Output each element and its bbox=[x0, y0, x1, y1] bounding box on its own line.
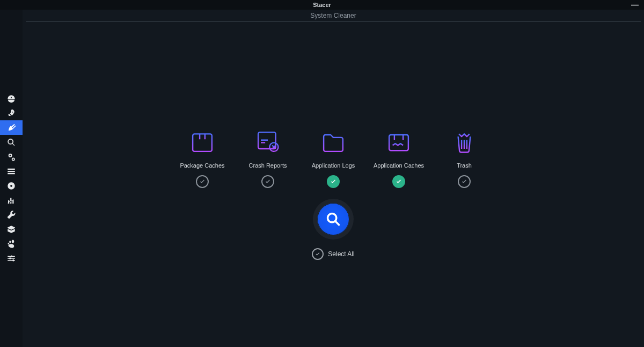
category-checkbox-application-caches[interactable] bbox=[392, 175, 405, 188]
svg-rect-3 bbox=[389, 135, 408, 150]
category-label: Package Caches bbox=[180, 162, 224, 169]
category-crash-reports: Crash Reports bbox=[243, 127, 293, 188]
bars-icon bbox=[6, 196, 16, 205]
search-icon bbox=[326, 212, 341, 227]
svg-rect-0 bbox=[193, 134, 212, 151]
gnome-foot-icon bbox=[6, 239, 16, 249]
window-title: Stacer bbox=[313, 2, 331, 8]
main-area: System Cleaner Package Caches bbox=[23, 10, 644, 347]
broom-icon bbox=[6, 123, 16, 133]
application-logs-icon bbox=[318, 127, 348, 157]
page-title: System Cleaner bbox=[26, 10, 641, 22]
box-icon bbox=[6, 225, 16, 234]
crash-reports-icon bbox=[253, 127, 283, 157]
sidebar-item-resources[interactable] bbox=[0, 193, 23, 207]
sidebar-item-services[interactable] bbox=[0, 149, 23, 164]
sidebar bbox=[0, 10, 23, 347]
disc-icon bbox=[6, 181, 16, 191]
dashboard-icon bbox=[6, 94, 16, 104]
select-all-label: Select All bbox=[328, 250, 354, 258]
sidebar-item-helpers[interactable] bbox=[0, 207, 23, 222]
application-caches-icon bbox=[384, 127, 414, 157]
category-trash: Trash bbox=[439, 127, 489, 188]
sidebar-item-apt-repos[interactable] bbox=[0, 222, 23, 236]
category-label: Trash bbox=[457, 162, 472, 169]
package-caches-icon bbox=[187, 127, 217, 157]
rocket-icon bbox=[6, 109, 16, 118]
scan-section: Select All bbox=[23, 203, 644, 260]
category-checkbox-application-logs[interactable] bbox=[327, 175, 340, 188]
magnifier-icon bbox=[7, 138, 16, 147]
trash-icon bbox=[449, 127, 479, 157]
sidebar-item-system-cleaner[interactable] bbox=[0, 120, 23, 135]
category-checkbox-crash-reports[interactable] bbox=[261, 175, 274, 188]
stack-icon bbox=[6, 167, 16, 176]
scan-button[interactable] bbox=[317, 203, 349, 235]
sidebar-item-gnome-settings[interactable] bbox=[0, 236, 23, 251]
sidebar-item-uninstaller[interactable] bbox=[0, 178, 23, 193]
sidebar-item-search[interactable] bbox=[0, 135, 23, 149]
cleaner-categories: Package Caches Crash Reports bbox=[23, 127, 644, 188]
select-all-toggle[interactable]: Select All bbox=[312, 248, 354, 260]
category-label: Application Logs bbox=[312, 162, 355, 169]
sidebar-item-startup-apps[interactable] bbox=[0, 106, 23, 120]
category-checkbox-package-caches[interactable] bbox=[196, 175, 209, 188]
sidebar-item-settings[interactable] bbox=[0, 251, 23, 265]
category-checkbox-trash[interactable] bbox=[458, 175, 471, 188]
category-label: Application Caches bbox=[374, 162, 424, 169]
category-application-caches: Application Caches bbox=[374, 127, 424, 188]
gears-icon bbox=[6, 152, 16, 162]
window-minimize-button[interactable]: — bbox=[631, 0, 639, 10]
sidebar-item-dashboard[interactable] bbox=[0, 91, 23, 106]
sidebar-item-processes[interactable] bbox=[0, 164, 23, 178]
tools-icon bbox=[6, 210, 16, 220]
select-all-checkbox[interactable] bbox=[312, 248, 324, 260]
category-label: Crash Reports bbox=[249, 162, 287, 169]
sliders-icon bbox=[6, 254, 16, 263]
category-package-caches: Package Caches bbox=[177, 127, 228, 188]
window-titlebar: Stacer — bbox=[0, 0, 644, 10]
category-application-logs: Application Logs bbox=[308, 127, 358, 188]
